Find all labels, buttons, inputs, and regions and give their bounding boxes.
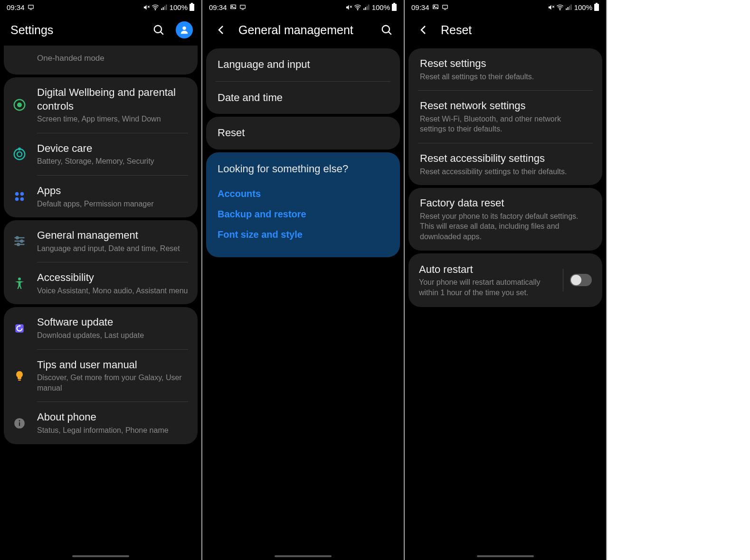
row-reset-accessibility[interactable]: Reset accessibility settings Reset acces… <box>408 143 602 185</box>
row-reset-network[interactable]: Reset network settings Reset Wi-Fi, Blue… <box>408 91 602 143</box>
signal-icon <box>161 3 168 11</box>
svg-point-20 <box>15 197 19 201</box>
link-accounts[interactable]: Accounts <box>218 184 389 204</box>
mute-icon <box>143 4 150 11</box>
back-button[interactable] <box>415 21 432 38</box>
battery-icon <box>189 3 195 11</box>
svg-rect-7 <box>166 5 167 10</box>
svg-point-27 <box>17 243 19 246</box>
svg-point-26 <box>20 240 23 243</box>
row-software-update[interactable]: Software update Download updates, Last u… <box>4 307 198 349</box>
status-bar: 09:34 100% <box>405 0 606 14</box>
battery-icon <box>594 3 599 11</box>
row-about-phone[interactable]: About phone Status, Legal information, P… <box>4 402 198 444</box>
svg-point-19 <box>20 192 24 196</box>
mute-icon <box>548 4 555 11</box>
svg-rect-0 <box>28 5 33 9</box>
status-bar: 09:34 100% <box>0 0 201 14</box>
auto-restart-toggle[interactable] <box>570 274 592 286</box>
screenshot-icon <box>442 4 448 10</box>
reset-content[interactable]: Reset settings Reset all settings to the… <box>405 46 606 560</box>
svg-point-10 <box>154 26 161 33</box>
row-general-management[interactable]: General management Language and input, D… <box>4 220 198 262</box>
row-date-time[interactable]: Date and time <box>206 82 400 114</box>
svg-rect-30 <box>18 380 21 381</box>
phone-general-management: 09:34 100% General management Language a… <box>202 0 405 560</box>
nav-handle[interactable] <box>477 555 534 557</box>
row-apps[interactable]: Apps Default apps, Permission manager <box>4 176 198 217</box>
svg-point-18 <box>15 192 19 196</box>
svg-point-14 <box>18 103 21 107</box>
svg-point-17 <box>19 148 20 150</box>
row-reset-settings[interactable]: Reset settings Reset all settings to the… <box>408 48 602 90</box>
link-font-size-style[interactable]: Font size and style <box>218 224 389 245</box>
link-backup-restore[interactable]: Backup and restore <box>218 204 389 224</box>
svg-point-21 <box>20 197 24 201</box>
page-title: Reset <box>441 23 598 37</box>
row-accessibility[interactable]: Accessibility Voice Assistant, Mono audi… <box>4 262 198 304</box>
card-advanced-partial: One-handed mode <box>4 46 198 75</box>
row-auto-restart[interactable]: Auto restart Your phone will restart aut… <box>408 253 602 308</box>
battery-percent: 100% <box>170 3 188 11</box>
card-looking-for: Looking for something else? Accounts Bac… <box>206 152 400 257</box>
header: Reset <box>405 14 606 46</box>
row-language-input[interactable]: Language and input <box>206 48 400 81</box>
info-icon <box>11 415 28 431</box>
svg-point-16 <box>17 152 22 157</box>
chevron-left-icon <box>418 24 429 36</box>
row-tips[interactable]: Tips and user manual Discover, Get more … <box>4 350 198 402</box>
status-time: 09:34 <box>411 3 429 11</box>
svg-point-53 <box>560 9 560 10</box>
page-title: General management <box>238 23 370 37</box>
card-group-2: General management Language and input, D… <box>4 220 198 304</box>
nav-handle[interactable] <box>72 555 129 557</box>
page-title: Settings <box>10 23 142 37</box>
lightbulb-icon <box>11 368 28 384</box>
svg-point-28 <box>18 278 21 280</box>
search-icon <box>152 24 165 36</box>
header: Settings <box>0 14 201 46</box>
search-button[interactable] <box>378 21 395 38</box>
row-one-handed[interactable]: One-handed mode <box>4 46 198 75</box>
gm-content[interactable]: Language and input Date and time Reset L… <box>202 46 404 560</box>
svg-point-46 <box>382 26 389 33</box>
profile-button[interactable] <box>176 21 193 38</box>
signal-icon <box>363 3 370 11</box>
card-gm-2: Reset <box>206 117 400 149</box>
card-reset-3: Auto restart Your phone will restart aut… <box>408 253 602 308</box>
card-group-3: Software update Download updates, Last u… <box>4 307 198 444</box>
status-bar: 09:34 100% <box>202 0 404 14</box>
svg-rect-58 <box>594 4 599 11</box>
row-device-care[interactable]: Device care Battery, Storage, Memory, Se… <box>4 133 198 175</box>
svg-point-33 <box>19 420 20 421</box>
svg-rect-57 <box>570 5 571 10</box>
svg-rect-56 <box>569 6 570 10</box>
svg-point-25 <box>16 237 19 239</box>
svg-rect-42 <box>367 6 368 10</box>
mute-icon <box>345 4 352 11</box>
phone-reset: 09:34 100% Reset Reset settings Reset al… <box>405 0 607 560</box>
wifi-icon <box>152 3 159 11</box>
svg-rect-36 <box>240 5 245 9</box>
battery-percent: 100% <box>372 3 390 11</box>
row-factory-reset[interactable]: Factory data reset Reset your phone to i… <box>408 188 602 250</box>
svg-rect-9 <box>191 3 193 4</box>
back-button[interactable] <box>213 21 230 38</box>
svg-rect-5 <box>162 7 163 10</box>
svg-rect-41 <box>365 7 366 10</box>
row-digital-wellbeing[interactable]: Digital Wellbeing and parental controls … <box>4 77 198 133</box>
row-reset[interactable]: Reset <box>206 117 400 149</box>
svg-rect-54 <box>566 9 567 10</box>
settings-content[interactable]: One-handed mode Digital Wellbeing and pa… <box>0 46 201 560</box>
svg-point-15 <box>14 149 25 160</box>
apps-icon <box>11 188 28 205</box>
svg-point-12 <box>182 27 186 30</box>
status-time: 09:34 <box>209 3 227 11</box>
signal-icon <box>565 3 573 11</box>
header: General management <box>202 14 404 46</box>
search-icon <box>380 24 393 36</box>
nav-handle[interactable] <box>275 555 332 557</box>
svg-rect-59 <box>596 3 598 4</box>
search-button[interactable] <box>150 21 167 38</box>
svg-point-3 <box>155 9 155 10</box>
